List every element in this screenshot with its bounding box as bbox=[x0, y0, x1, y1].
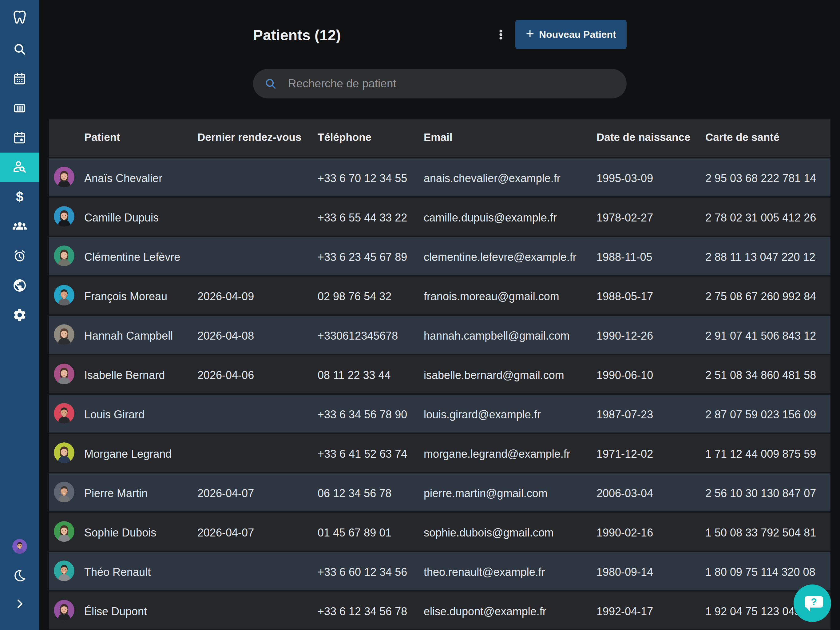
svg-text:$: $ bbox=[16, 190, 24, 204]
svg-text:?: ? bbox=[811, 596, 817, 607]
